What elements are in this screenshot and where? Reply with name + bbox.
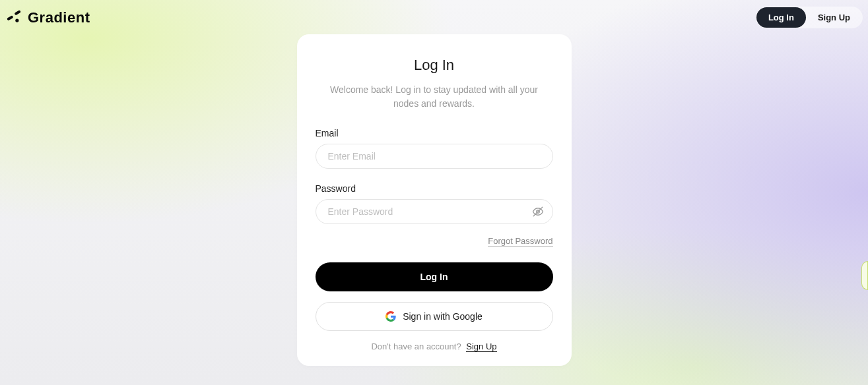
brand-name: Gradient <box>28 9 90 26</box>
card-subtitle: Welcome back! Log in to stay updated wit… <box>316 83 553 111</box>
svg-rect-0 <box>7 15 13 20</box>
gradient-logo-icon <box>5 9 22 26</box>
login-card: Log In Welcome back! Log in to stay upda… <box>297 34 572 366</box>
header-login-button[interactable]: Log In <box>756 7 806 28</box>
forgot-password-link[interactable]: Forgot Password <box>488 236 552 247</box>
google-signin-label: Sign in with Google <box>403 311 483 322</box>
email-form-group: Email <box>316 128 553 169</box>
signup-link[interactable]: Sign Up <box>466 341 496 352</box>
password-label: Password <box>316 183 553 194</box>
google-icon <box>385 311 396 322</box>
brand-logo[interactable]: Gradient <box>5 9 90 26</box>
password-field[interactable] <box>316 199 553 224</box>
svg-point-2 <box>15 18 18 22</box>
side-widget-tab[interactable] <box>861 261 868 290</box>
signup-prompt-row: Don't have an account? Sign Up <box>316 341 553 351</box>
password-form-group: Password <box>316 183 553 224</box>
email-label: Email <box>316 128 553 138</box>
signup-prompt-text: Don't have an account? <box>371 341 461 351</box>
svg-rect-1 <box>14 10 20 15</box>
google-signin-button[interactable]: Sign in with Google <box>316 302 553 331</box>
header-signup-button[interactable]: Sign Up <box>806 7 862 28</box>
card-title: Log In <box>316 57 553 74</box>
top-header: Gradient Log In Sign Up <box>0 7 868 28</box>
forgot-password-row: Forgot Password <box>316 235 553 247</box>
auth-toggle: Log In Sign Up <box>756 7 863 28</box>
email-field[interactable] <box>316 144 553 169</box>
eye-slash-icon[interactable] <box>532 206 544 218</box>
login-submit-button[interactable]: Log In <box>316 262 553 291</box>
